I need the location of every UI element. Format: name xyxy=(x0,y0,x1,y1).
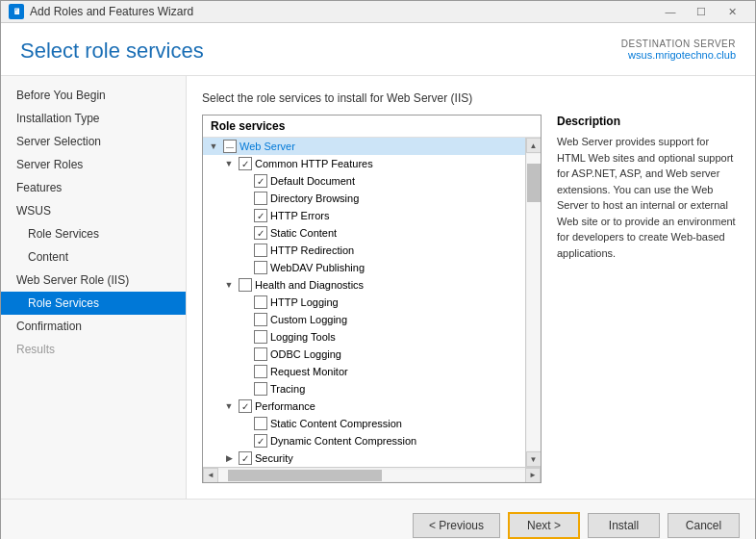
tree-item-webdav-publishing[interactable]: WebDAV Publishing xyxy=(203,259,525,276)
collapse-icon[interactable]: ▼ xyxy=(222,157,236,170)
tree-scrollable: ▼Web Server▼Common HTTP FeaturesDefault … xyxy=(203,138,525,467)
title-bar: 🖥 Add Roles and Features Wizard — ☐ ✕ xyxy=(1,1,755,23)
vertical-scrollbar[interactable]: ▲ ▼ xyxy=(525,138,541,467)
h-scroll-track[interactable] xyxy=(218,470,525,481)
collapse-icon[interactable]: ▼ xyxy=(207,140,220,153)
collapse-icon[interactable]: ▶ xyxy=(222,451,236,465)
close-button[interactable]: ✕ xyxy=(717,1,747,22)
description-text: Web Server provides support for HTML Web… xyxy=(557,134,740,261)
h-scroll-right-button[interactable]: ► xyxy=(525,468,541,483)
tree-item-label: Logging Tools xyxy=(270,331,336,343)
main-content: Select role services DESTINATION SERVER … xyxy=(1,23,755,539)
sidebar-item-installation-type[interactable]: Installation Type xyxy=(1,107,186,130)
checkbox-performance[interactable] xyxy=(239,399,252,413)
checkbox-security[interactable] xyxy=(239,451,252,465)
scroll-thumb[interactable] xyxy=(527,164,541,202)
checkbox-http-redirection[interactable] xyxy=(254,244,267,257)
tree-item-web-server[interactable]: ▼Web Server xyxy=(203,138,525,155)
tree-item-label: Tracing xyxy=(270,383,305,395)
tree-item-logging-tools[interactable]: Logging Tools xyxy=(203,328,525,346)
spacer-icon xyxy=(238,295,251,309)
tree-item-label: ODBC Logging xyxy=(270,348,341,360)
scroll-up-button[interactable]: ▲ xyxy=(526,138,542,153)
tree-item-label: HTTP Logging xyxy=(270,296,339,308)
spacer-icon xyxy=(238,192,251,205)
tree-item-http-errors[interactable]: HTTP Errors xyxy=(203,207,525,224)
tree-item-label: WebDAV Publishing xyxy=(270,262,365,273)
horizontal-scrollbar[interactable]: ◄ ► xyxy=(203,467,541,482)
install-button[interactable]: Install xyxy=(588,513,660,538)
checkbox-default-document[interactable] xyxy=(254,174,267,188)
checkbox-common-http-features[interactable] xyxy=(239,157,252,170)
sidebar-item-role-services[interactable]: Role Services xyxy=(1,292,186,315)
destination-server: DESTINATION SERVER wsus.mrigotechno.club xyxy=(621,38,736,61)
scroll-down-button[interactable]: ▼ xyxy=(526,451,542,467)
sidebar-item-wsus[interactable]: WSUS xyxy=(1,199,186,222)
scroll-track[interactable] xyxy=(527,154,541,450)
h-scroll-thumb[interactable] xyxy=(228,470,382,481)
role-services-tree-panel: Role services ▼Web Server▼Common HTTP Fe… xyxy=(202,115,542,483)
tree-item-static-content[interactable]: Static Content xyxy=(203,224,525,242)
minimize-button[interactable]: — xyxy=(655,1,686,22)
tree-item-tracing[interactable]: Tracing xyxy=(203,380,525,398)
checkbox-request-monitor[interactable] xyxy=(254,365,267,378)
spacer-icon xyxy=(238,209,251,222)
app-icon: 🖥 xyxy=(9,4,24,19)
tree-item-label: HTTP Errors xyxy=(270,210,330,221)
collapse-icon[interactable]: ▼ xyxy=(222,278,236,292)
checkbox-directory-browsing[interactable] xyxy=(254,192,267,205)
maximize-button[interactable]: ☐ xyxy=(686,1,717,22)
cancel-button[interactable]: Cancel xyxy=(668,513,740,538)
tree-item-static-content-compression[interactable]: Static Content Compression xyxy=(203,415,525,432)
tree-item-label: Performance xyxy=(255,400,315,412)
next-button[interactable]: Next > xyxy=(508,512,580,539)
checkbox-web-server[interactable] xyxy=(223,140,237,153)
header: Select role services DESTINATION SERVER … xyxy=(1,23,755,76)
tree-item-odbc-logging[interactable]: ODBC Logging xyxy=(203,346,525,363)
tree-item-directory-browsing[interactable]: Directory Browsing xyxy=(203,190,525,207)
footer: < Previous Next > Install Cancel xyxy=(1,499,755,539)
tree-item-http-logging[interactable]: HTTP Logging xyxy=(203,294,525,311)
content-area: Select the role services to install for … xyxy=(187,76,755,499)
destination-name: wsus.mrigotechno.club xyxy=(621,49,736,61)
checkbox-http-errors[interactable] xyxy=(254,209,267,222)
checkbox-dynamic-content-compression[interactable] xyxy=(254,434,267,448)
tree-item-label: HTTP Redirection xyxy=(270,244,354,256)
sidebar-item-before-you-begin[interactable]: Before You Begin xyxy=(1,84,186,107)
sidebar-item-web-server-role-(iis)[interactable]: Web Server Role (IIS) xyxy=(1,269,186,292)
checkbox-static-content[interactable] xyxy=(254,226,267,240)
checkbox-static-content-compression[interactable] xyxy=(254,417,267,430)
checkbox-logging-tools[interactable] xyxy=(254,330,267,344)
checkbox-tracing[interactable] xyxy=(254,382,267,396)
tree-item-custom-logging[interactable]: Custom Logging xyxy=(203,311,525,328)
sidebar-item-server-selection[interactable]: Server Selection xyxy=(1,130,186,153)
tree-item-http-redirection[interactable]: HTTP Redirection xyxy=(203,242,525,259)
sidebar-item-confirmation[interactable]: Confirmation xyxy=(1,315,186,338)
sidebar-item-content[interactable]: Content xyxy=(1,245,186,269)
checkbox-webdav-publishing[interactable] xyxy=(254,261,267,274)
tree-item-default-document[interactable]: Default Document xyxy=(203,172,525,190)
sidebar-item-server-roles[interactable]: Server Roles xyxy=(1,153,186,176)
tree-item-label: Web Server xyxy=(239,141,295,152)
tree-item-common-http-features[interactable]: ▼Common HTTP Features xyxy=(203,155,525,172)
h-scroll-left-button[interactable]: ◄ xyxy=(203,468,218,483)
tree-item-label: Common HTTP Features xyxy=(255,158,373,169)
tree-item-dynamic-content-compression[interactable]: Dynamic Content Compression xyxy=(203,432,525,449)
tree-header: Role services xyxy=(203,116,541,138)
tree-item-label: Health and Diagnostics xyxy=(255,279,364,291)
sidebar-item-role-services[interactable]: Role Services xyxy=(1,222,186,245)
sidebar-item-features[interactable]: Features xyxy=(1,176,186,199)
tree-item-health-and-diagnostics[interactable]: ▼Health and Diagnostics xyxy=(203,276,525,294)
spacer-icon xyxy=(238,174,251,188)
collapse-icon[interactable]: ▼ xyxy=(222,399,236,413)
checkbox-custom-logging[interactable] xyxy=(254,313,267,326)
checkbox-odbc-logging[interactable] xyxy=(254,347,267,361)
tree-item-label: Dynamic Content Compression xyxy=(270,435,416,447)
tree-item-label: Static Content xyxy=(270,227,337,239)
tree-item-security[interactable]: ▶Security xyxy=(203,449,525,467)
previous-button[interactable]: < Previous xyxy=(413,513,500,538)
tree-item-performance[interactable]: ▼Performance xyxy=(203,398,525,415)
tree-item-request-monitor[interactable]: Request Monitor xyxy=(203,363,525,380)
checkbox-health-and-diagnostics[interactable] xyxy=(239,278,252,292)
checkbox-http-logging[interactable] xyxy=(254,295,267,309)
